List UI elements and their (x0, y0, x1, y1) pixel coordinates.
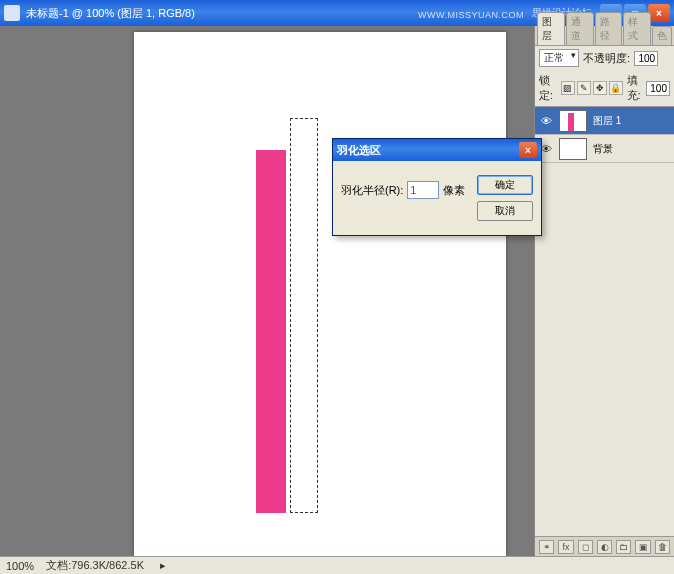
url-watermark: WWW.MISSYUAN.COM (418, 10, 524, 20)
statusbar-arrow-icon[interactable]: ▸ (160, 559, 166, 572)
dialog-close-button[interactable]: × (519, 142, 537, 158)
delete-layer-icon[interactable]: 🗑 (655, 540, 670, 554)
dialog-title-text: 羽化选区 (337, 143, 381, 158)
layer-row[interactable]: 👁 图层 1 (535, 107, 674, 135)
layer-style-icon[interactable]: fx (558, 540, 573, 554)
panel-tabs: 图层 通道 路径 样式 色 (535, 26, 674, 46)
new-layer-icon[interactable]: ▣ (635, 540, 650, 554)
radius-unit: 像素 (443, 183, 465, 198)
layer-thumbnail[interactable] (559, 138, 587, 160)
tab-styles[interactable]: 样式 (623, 12, 651, 45)
layers-panel: 图层 通道 路径 样式 色 正常 不透明度: 锁定: ▨ ✎ ✥ 🔒 填充: 👁… (534, 26, 674, 556)
layer-thumbnail[interactable] (559, 110, 587, 132)
visibility-icon[interactable]: 👁 (539, 115, 553, 127)
tab-layers[interactable]: 图层 (537, 12, 565, 45)
layers-list: 👁 图层 1 👁 背景 (535, 106, 674, 163)
feather-dialog: 羽化选区 × 羽化半径(R): 像素 确定 取消 (332, 138, 542, 236)
fill-label: 填充: (627, 73, 643, 103)
doc-label: 文档: (46, 559, 71, 571)
adjustment-layer-icon[interactable]: ◐ (597, 540, 612, 554)
ok-button[interactable]: 确定 (477, 175, 533, 195)
new-group-icon[interactable]: 🗀 (616, 540, 631, 554)
cancel-button[interactable]: 取消 (477, 201, 533, 221)
tab-color[interactable]: 色 (652, 26, 672, 45)
doc-size: 796.3K/862.5K (71, 559, 144, 571)
layer-name: 图层 1 (593, 114, 621, 128)
fill-input[interactable] (646, 81, 670, 96)
workspace (0, 26, 534, 556)
lock-move-icon[interactable]: ✥ (593, 81, 607, 95)
layers-panel-footer: ⚭ fx ◻ ◐ 🗀 ▣ 🗑 (535, 536, 674, 556)
lock-all-icon[interactable]: 🔒 (609, 81, 623, 95)
dialog-titlebar[interactable]: 羽化选区 × (333, 139, 541, 161)
blend-mode-dropdown[interactable]: 正常 (539, 49, 579, 67)
radius-label: 羽化半径(R): (341, 183, 403, 198)
lock-label: 锁定: (539, 73, 555, 103)
link-layers-icon[interactable]: ⚭ (539, 540, 554, 554)
layer-name: 背景 (593, 142, 613, 156)
app-icon (4, 5, 20, 21)
pink-shape (256, 150, 286, 513)
document-canvas[interactable] (134, 32, 506, 556)
zoom-level[interactable]: 100% (6, 560, 34, 572)
lock-transparency-icon[interactable]: ▨ (561, 81, 575, 95)
statusbar: 100% 文档:796.3K/862.5K ▸ (0, 556, 674, 574)
close-button[interactable]: × (648, 4, 670, 22)
selection-marquee (290, 118, 318, 513)
layer-mask-icon[interactable]: ◻ (578, 540, 593, 554)
lock-paint-icon[interactable]: ✎ (577, 81, 591, 95)
tab-channels[interactable]: 通道 (566, 12, 594, 45)
radius-input[interactable] (407, 181, 439, 199)
layer-row[interactable]: 👁 背景 (535, 135, 674, 163)
opacity-label: 不透明度: (583, 51, 630, 66)
opacity-input[interactable] (634, 51, 658, 66)
tab-paths[interactable]: 路径 (595, 12, 623, 45)
